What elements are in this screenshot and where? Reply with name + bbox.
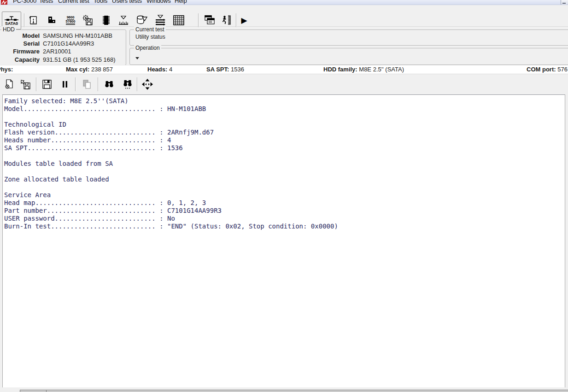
- hdd-serial-value: C7101G14AA99R3: [43, 40, 94, 47]
- hdd-firmware-label: Firmware: [0, 47, 40, 55]
- hdd-serial-row: Serial C7101G14AA99R3: [0, 40, 126, 47]
- find-button[interactable]: [103, 78, 115, 90]
- menu-current-test[interactable]: Current test: [58, 0, 89, 5]
- log-line: [4, 113, 565, 121]
- gear-floppy-icon: [81, 14, 94, 27]
- status-hdd-family: HDD family: M8E 2.5'' (SATA): [323, 65, 404, 73]
- log-line: [4, 152, 565, 160]
- menu-tools[interactable]: Tools: [94, 0, 107, 5]
- arrow-floppy-icon: [20, 79, 31, 90]
- drive-passport-button[interactable]: [27, 14, 40, 27]
- hdd-capacity-label: Capacity: [0, 56, 40, 64]
- modules-table-button[interactable]: [172, 13, 186, 27]
- log-toolbar: [0, 74, 568, 94]
- log-line: Zone allocated table loaded: [4, 176, 565, 183]
- sata-cable-icon: [4, 16, 19, 21]
- hdd-capacity-row: Capacity 931.51 GB (1 953 525 168): [0, 56, 126, 64]
- cascade-windows-button[interactable]: [203, 13, 217, 27]
- grid-icon: [172, 14, 185, 27]
- terminal-speed-button[interactable]: 9600 57600: [64, 13, 77, 27]
- menu-help[interactable]: Help: [175, 0, 187, 5]
- log-line: Heads number........................... …: [4, 136, 565, 144]
- pause-log-button[interactable]: [59, 78, 71, 90]
- main-toolbar: SATA0 9600 57600: [0, 5, 568, 27]
- hdd-capacity-value: 931.51 GB (1 953 525 168): [43, 56, 116, 64]
- status-bar: Phys: Max cyl: 238 857 Heads: 4 SA SPT: …: [0, 65, 568, 74]
- cascade-windows-icon: [203, 14, 216, 27]
- database-operations-button[interactable]: [135, 13, 149, 27]
- sata-port-label: SATA0: [5, 21, 18, 26]
- hdd-firmware-row: Firmware 2AR10001: [0, 47, 126, 55]
- passport-scroll-icon: [27, 14, 39, 26]
- new-log-button[interactable]: [3, 78, 15, 90]
- status-heads: Heads: 4: [147, 65, 172, 73]
- hdd-model-label: Model: [0, 32, 40, 40]
- log-line: [4, 168, 565, 176]
- minimize-button[interactable]: [561, 0, 568, 5]
- ruler-pointer-icon: [117, 14, 129, 27]
- log-line: USER password.......................... …: [4, 215, 565, 222]
- binoculars-icon: [104, 79, 115, 90]
- disk-arrow-icon: [135, 14, 148, 27]
- hdd-model-value: SAMSUNG HN-M101ABB: [43, 32, 112, 40]
- menu-users-tests[interactable]: Users tests: [112, 0, 142, 5]
- navigate-button[interactable]: [141, 77, 154, 91]
- log-line: SA SPT................................. …: [4, 144, 565, 152]
- log-line: Head map............................... …: [4, 199, 565, 207]
- hdd-serial-label: Serial: [0, 40, 40, 47]
- menu-tests[interactable]: Tests: [39, 0, 53, 5]
- utility-log-output[interactable]: Family selected: M8E 2.5''(SATA) Model..…: [2, 94, 565, 390]
- pcb-card-icon: [46, 14, 58, 26]
- menu-windows[interactable]: Windows: [146, 0, 171, 5]
- document-gear-icon: [4, 79, 15, 90]
- chip-icon: [100, 14, 112, 27]
- binoculars-dots-icon: [122, 79, 133, 90]
- play-icon: ▶: [241, 17, 247, 24]
- menu-bar: PC-3000 Tests Current test Tools Users t…: [0, 0, 568, 5]
- pc3000-utility-window: PC-3000 Tests Current test Tools Users t…: [0, 0, 568, 392]
- operation-title: Operation: [134, 45, 161, 51]
- triangle-bars-icon: [154, 14, 167, 27]
- log-line: [4, 183, 565, 191]
- status-sa-spt: SA SPT: 1536: [206, 65, 244, 73]
- head-map-button[interactable]: [153, 13, 167, 27]
- hdd-panel: HDD Model SAMSUNG HN-M101ABB Serial C710…: [0, 29, 126, 65]
- start-test-button[interactable]: ▶: [239, 13, 250, 27]
- save-log-button[interactable]: [41, 78, 53, 90]
- flash-rom-button[interactable]: [100, 13, 112, 27]
- hdd-firmware-value: 2AR10001: [43, 47, 71, 55]
- exit-button[interactable]: [220, 13, 234, 27]
- baud-rate-icon: 9600 57600: [66, 16, 76, 25]
- log-line: Family selected: M8E 2.5''(SATA): [4, 97, 565, 105]
- log-line: Part number............................ …: [4, 207, 565, 215]
- pause-icon: [59, 79, 70, 90]
- clipped-window-edge: [20, 390, 568, 392]
- log-line: Flash version.......................... …: [4, 129, 565, 136]
- current-test-title: Current test: [134, 26, 166, 33]
- exit-running-man-icon: [220, 14, 233, 27]
- operation-dropdown-icon[interactable]: [135, 57, 139, 59]
- status-com-port: COM port: 576: [527, 65, 568, 73]
- utility-settings-button[interactable]: [81, 13, 94, 27]
- bottom-strip: [0, 387, 568, 392]
- status-phys: Phys:: [0, 65, 13, 73]
- find-next-button[interactable]: [122, 78, 134, 90]
- copy-pages-icon: [81, 79, 92, 90]
- utility-resources-button[interactable]: [45, 14, 58, 27]
- log-line: Model.................................. …: [4, 105, 565, 113]
- save-log-as-button[interactable]: [19, 78, 31, 90]
- log-line: Burn-In test........................... …: [4, 222, 565, 230]
- copy-button[interactable]: [81, 78, 93, 90]
- app-logo-icon: [1, 0, 7, 5]
- log-line: Service Area: [4, 191, 565, 199]
- four-way-arrows-icon: [141, 78, 154, 91]
- current-test-status: Utility status: [135, 34, 165, 40]
- log-line: Technological ID: [4, 121, 565, 129]
- hdd-model-row: Model SAMSUNG HN-M101ABB: [0, 32, 126, 40]
- operation-panel: Operation: [129, 48, 568, 65]
- menu-pc3000[interactable]: PC-3000: [13, 0, 36, 5]
- floppy-icon: [41, 79, 53, 90]
- status-max-cyl: Max cyl: 238 857: [66, 65, 113, 73]
- calibration-button[interactable]: [117, 13, 130, 27]
- log-line: Modules table loaded from SA: [4, 160, 565, 168]
